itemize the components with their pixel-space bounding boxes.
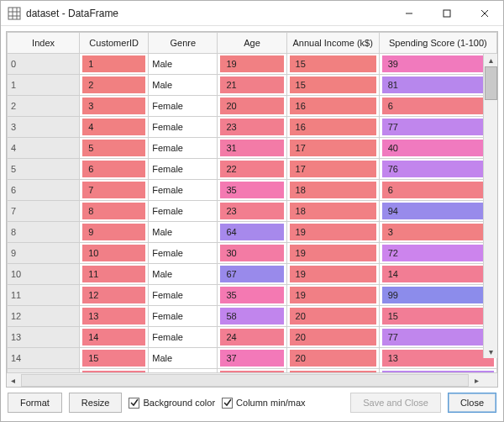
score-cell[interactable]: 6 (379, 96, 496, 117)
age-cell[interactable]: 22 (218, 369, 286, 373)
index-cell[interactable]: 4 (8, 138, 80, 159)
genre-cell[interactable]: Male (149, 54, 218, 75)
format-button[interactable]: Format (8, 393, 62, 413)
column-header[interactable]: Spending Score (1-100) (379, 33, 496, 54)
table-row[interactable]: 1314Female242077 (8, 327, 497, 348)
score-cell[interactable]: 14 (379, 264, 496, 285)
age-cell[interactable]: 19 (218, 54, 286, 75)
column-header[interactable]: Annual Income (k$) (286, 33, 379, 54)
table-row[interactable]: 67Female35186 (8, 180, 497, 201)
column-header[interactable]: Age (218, 33, 286, 54)
index-cell[interactable]: 12 (8, 306, 80, 327)
customerid-cell[interactable]: 16 (80, 369, 149, 373)
income-cell[interactable]: 17 (286, 159, 379, 180)
customerid-cell[interactable]: 3 (80, 96, 149, 117)
index-cell[interactable]: 15 (8, 369, 80, 373)
table-row[interactable]: 1011Male671914 (8, 264, 497, 285)
genre-cell[interactable]: Female (149, 117, 218, 138)
table-row[interactable]: 910Female301972 (8, 243, 497, 264)
titlebar[interactable]: dataset - DataFrame (1, 1, 503, 26)
customerid-cell[interactable]: 13 (80, 306, 149, 327)
customerid-cell[interactable]: 7 (80, 180, 149, 201)
column-header[interactable]: Genre (149, 33, 218, 54)
scroll-right-arrow-icon[interactable]: ▸ (470, 374, 483, 387)
customerid-cell[interactable]: 4 (80, 117, 149, 138)
customerid-cell[interactable]: 12 (80, 285, 149, 306)
score-cell[interactable]: 76 (379, 159, 496, 180)
minimize-button[interactable] (390, 1, 428, 26)
income-cell[interactable]: 17 (286, 138, 379, 159)
customerid-cell[interactable]: 14 (80, 327, 149, 348)
income-cell[interactable]: 20 (286, 306, 379, 327)
score-cell[interactable]: 77 (379, 327, 496, 348)
genre-cell[interactable]: Male (149, 369, 218, 373)
customerid-cell[interactable]: 6 (80, 159, 149, 180)
index-cell[interactable]: 9 (8, 243, 80, 264)
table-row[interactable]: 1112Female351999 (8, 285, 497, 306)
score-cell[interactable]: 79 (379, 369, 496, 373)
index-cell[interactable]: 6 (8, 180, 80, 201)
close-window-button[interactable] (465, 1, 503, 26)
income-cell[interactable]: 20 (286, 369, 379, 373)
data-grid[interactable]: IndexCustomerIDGenreAgeAnnual Income (k$… (7, 32, 497, 372)
age-cell[interactable]: 20 (218, 96, 286, 117)
age-cell[interactable]: 67 (218, 264, 286, 285)
customerid-cell[interactable]: 15 (80, 348, 149, 369)
income-cell[interactable]: 16 (286, 117, 379, 138)
income-cell[interactable]: 20 (286, 348, 379, 369)
income-cell[interactable]: 19 (286, 243, 379, 264)
genre-cell[interactable]: Female (149, 96, 218, 117)
income-cell[interactable]: 16 (286, 96, 379, 117)
income-cell[interactable]: 18 (286, 201, 379, 222)
score-cell[interactable]: 99 (379, 285, 496, 306)
income-cell[interactable]: 18 (286, 180, 379, 201)
genre-cell[interactable]: Female (149, 285, 218, 306)
customerid-cell[interactable]: 1 (80, 54, 149, 75)
customerid-cell[interactable]: 11 (80, 264, 149, 285)
genre-cell[interactable]: Male (149, 75, 218, 96)
index-cell[interactable]: 1 (8, 75, 80, 96)
index-cell[interactable]: 11 (8, 285, 80, 306)
index-cell[interactable]: 2 (8, 96, 80, 117)
index-cell[interactable]: 5 (8, 159, 80, 180)
table-row[interactable]: 45Female311740 (8, 138, 497, 159)
genre-cell[interactable]: Female (149, 201, 218, 222)
genre-cell[interactable]: Male (149, 222, 218, 243)
vertical-scroll-thumb[interactable] (485, 66, 497, 100)
index-cell[interactable]: 0 (8, 54, 80, 75)
income-cell[interactable]: 19 (286, 222, 379, 243)
age-cell[interactable]: 23 (218, 201, 286, 222)
income-cell[interactable]: 15 (286, 75, 379, 96)
age-cell[interactable]: 35 (218, 285, 286, 306)
resize-button[interactable]: Resize (69, 393, 123, 413)
customerid-cell[interactable]: 8 (80, 201, 149, 222)
age-cell[interactable]: 24 (218, 327, 286, 348)
data-grid-scroll[interactable]: IndexCustomerIDGenreAgeAnnual Income (k$… (7, 32, 497, 372)
table-row[interactable]: 89Male64193 (8, 222, 497, 243)
score-cell[interactable]: 6 (379, 180, 496, 201)
scroll-up-arrow-icon[interactable]: ▴ (485, 54, 497, 66)
index-cell[interactable]: 3 (8, 117, 80, 138)
table-row[interactable]: 78Female231894 (8, 201, 497, 222)
genre-cell[interactable]: Female (149, 138, 218, 159)
customerid-cell[interactable]: 5 (80, 138, 149, 159)
index-cell[interactable]: 14 (8, 348, 80, 369)
column-header[interactable]: CustomerID (80, 33, 149, 54)
age-cell[interactable]: 23 (218, 117, 286, 138)
table-row[interactable]: 56Female221776 (8, 159, 497, 180)
income-cell[interactable]: 19 (286, 285, 379, 306)
scroll-down-arrow-icon[interactable]: ▾ (485, 346, 497, 358)
score-cell[interactable]: 3 (379, 222, 496, 243)
score-cell[interactable]: 81 (379, 75, 496, 96)
score-cell[interactable]: 94 (379, 201, 496, 222)
genre-cell[interactable]: Male (149, 348, 218, 369)
table-row[interactable]: 34Female231677 (8, 117, 497, 138)
table-row[interactable]: 1516Male222079 (8, 369, 497, 373)
income-cell[interactable]: 20 (286, 327, 379, 348)
income-cell[interactable]: 19 (286, 264, 379, 285)
age-cell[interactable]: 37 (218, 348, 286, 369)
score-cell[interactable]: 77 (379, 117, 496, 138)
background-color-checkbox[interactable]: Background color (129, 398, 215, 409)
score-cell[interactable]: 13 (379, 348, 496, 369)
age-cell[interactable]: 31 (218, 138, 286, 159)
